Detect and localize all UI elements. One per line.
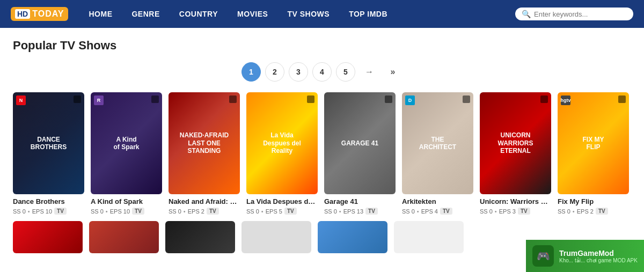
- top-right-badge: [307, 95, 314, 103]
- top-right-badge: [151, 95, 159, 103]
- bottom-card-1[interactable]: [13, 221, 83, 253]
- meta-ss: SS 0: [246, 208, 259, 215]
- network-badge: hgtv: [561, 95, 570, 105]
- search-box: 🔍: [515, 8, 633, 20]
- trumgamemod-overlay[interactable]: 🎮 TrumGameMod Kho... tải... chơi game MO…: [526, 240, 644, 272]
- show-thumbnail-bg: UNICORN WARRIORS ETERNAL: [480, 92, 551, 194]
- show-meta: SS 0 • EPS 3 TV: [480, 208, 551, 215]
- show-title: Dance Brothers: [13, 197, 84, 205]
- network-badge: D: [405, 95, 415, 105]
- show-thumbnail-bg: THE ARCHITECT: [402, 92, 473, 194]
- overlay-icon: 🎮: [532, 245, 554, 267]
- meta-ss: SS 0: [13, 208, 26, 215]
- show-thumbnail-bg: A Kind of Spark: [91, 92, 162, 194]
- tv-badge: TV: [54, 208, 67, 215]
- nav-link-movies[interactable]: MOVIES: [228, 0, 277, 28]
- show-thumbnail-bg: FIX MY FLIP: [558, 92, 629, 194]
- meta-eps: EPS 13: [343, 208, 363, 215]
- network-badge: R: [94, 95, 104, 105]
- show-thumbnail-bg: DANCE BROTHERS: [13, 92, 84, 194]
- meta-ss: SS 0: [480, 208, 493, 215]
- network-badge: N: [16, 95, 26, 105]
- meta-ss: SS 0: [558, 208, 570, 215]
- meta-sep: •: [28, 208, 30, 215]
- show-meta: SS 0 • EPS 13 TV: [324, 208, 396, 215]
- nav-link-country[interactable]: COUNTRY: [170, 0, 228, 28]
- page-btn-3[interactable]: 3: [289, 62, 308, 82]
- show-card[interactable]: NDANCE BROTHERSDance BrothersSS 0 • EPS …: [13, 92, 84, 215]
- logo-hd: HD: [15, 9, 30, 19]
- page-btn-1[interactable]: 1: [241, 62, 261, 82]
- nav-link-genre[interactable]: GENRE: [122, 0, 169, 28]
- meta-eps: EPS 10: [32, 208, 52, 215]
- tv-badge: TV: [518, 208, 530, 215]
- page-btn-2[interactable]: 2: [265, 62, 284, 82]
- show-meta: SS 0 • EPS 2 TV: [169, 208, 240, 215]
- show-meta: SS 0 • EPS 2 TV: [558, 208, 629, 215]
- tv-badge: TV: [596, 208, 608, 215]
- logo[interactable]: HD TODAY: [11, 7, 68, 21]
- overlay-subtitle: Kho... tải... chơi game MOD APK: [559, 258, 638, 263]
- meta-sep: •: [184, 208, 186, 215]
- main-content: Popular TV Shows 1 2 3 4 5 → » NDANCE BR…: [0, 28, 644, 272]
- page-btn-5[interactable]: 5: [336, 62, 355, 82]
- tv-badge: TV: [365, 208, 378, 215]
- tv-badge: TV: [132, 208, 144, 215]
- tv-badge: TV: [207, 208, 219, 215]
- page-btn-next[interactable]: →: [360, 62, 379, 82]
- show-card[interactable]: GARAGE 41Garage 41SS 0 • EPS 13 TV: [324, 92, 396, 215]
- show-card[interactable]: DTHE ARCHITECTArkitektenSS 0 • EPS 4 TV: [402, 92, 473, 215]
- search-input[interactable]: [534, 10, 627, 18]
- nav-links: HOMEGENRECOUNTRYMOVIESTV SHOWSTOP IMDB: [79, 0, 515, 28]
- bottom-card-2[interactable]: [89, 221, 159, 253]
- shows-grid: NDANCE BROTHERSDance BrothersSS 0 • EPS …: [13, 92, 631, 215]
- show-meta: SS 0 • EPS 10 TV: [13, 208, 84, 215]
- bottom-card-4: [241, 221, 311, 253]
- show-title: Unicorn: Warriors Etern...: [480, 197, 551, 205]
- show-thumbnail-bg: La Vida Despues del Reality: [246, 92, 318, 194]
- show-title: Garage 41: [324, 197, 396, 205]
- tv-badge: TV: [440, 208, 452, 215]
- top-right-badge: [229, 95, 237, 103]
- nav-link-tv-shows[interactable]: TV SHOWS: [277, 0, 339, 28]
- show-thumbnail-bg: GARAGE 41: [324, 92, 396, 194]
- page-title: Popular TV Shows: [13, 39, 631, 53]
- show-thumbnail-bg: NAKED·AFRAID LAST ONE STANDING: [169, 92, 240, 194]
- show-card[interactable]: NAKED·AFRAID LAST ONE STANDINGNaked and …: [169, 92, 240, 215]
- top-right-badge: [540, 95, 548, 103]
- show-title: A Kind of Spark: [91, 197, 162, 205]
- show-title: Arkitekten: [402, 197, 473, 205]
- show-title: La Vida Despues del R...: [246, 197, 318, 205]
- show-card[interactable]: RA Kind of SparkA Kind of SparkSS 0 • EP…: [91, 92, 162, 215]
- meta-eps: EPS 5: [266, 208, 282, 215]
- meta-sep: •: [417, 208, 419, 215]
- page-btn-last[interactable]: »: [383, 62, 402, 82]
- meta-eps: EPS 2: [577, 208, 594, 215]
- meta-ss: SS 0: [402, 208, 415, 215]
- pagination: 1 2 3 4 5 → »: [13, 62, 631, 82]
- top-right-badge: [385, 95, 392, 103]
- show-card[interactable]: La Vida Despues del RealityLa Vida Despu…: [246, 92, 318, 215]
- meta-sep: •: [495, 208, 497, 215]
- show-meta: SS 0 • EPS 5 TV: [246, 208, 318, 215]
- show-title: Naked and Afraid: Last...: [169, 197, 240, 205]
- meta-sep: •: [573, 208, 575, 215]
- show-card[interactable]: UNICORN WARRIORS ETERNALUnicorn: Warrior…: [480, 92, 551, 215]
- bottom-card-5[interactable]: [318, 221, 387, 253]
- meta-sep: •: [261, 208, 264, 215]
- logo-text: TODAY: [32, 9, 64, 19]
- show-card[interactable]: hgtvFIX MY FLIPFix My FlipSS 0 • EPS 2 T…: [558, 92, 629, 215]
- meta-eps: EPS 3: [499, 208, 516, 215]
- meta-sep: •: [106, 208, 108, 215]
- overlay-title: TrumGameMod: [559, 249, 638, 258]
- meta-sep: •: [339, 208, 341, 215]
- show-meta: SS 0 • EPS 10 TV: [91, 208, 162, 215]
- bottom-card-3[interactable]: [165, 221, 235, 253]
- page-btn-4[interactable]: 4: [312, 62, 332, 82]
- nav-link-home[interactable]: HOME: [79, 0, 122, 28]
- overlay-text-block: TrumGameMod Kho... tải... chơi game MOD …: [559, 249, 638, 263]
- nav-link-top-imdb[interactable]: TOP IMDB: [339, 0, 397, 28]
- navbar: HD TODAY HOMEGENRECOUNTRYMOVIESTV SHOWST…: [0, 0, 644, 28]
- meta-eps: EPS 10: [110, 208, 130, 215]
- top-right-badge: [74, 95, 81, 103]
